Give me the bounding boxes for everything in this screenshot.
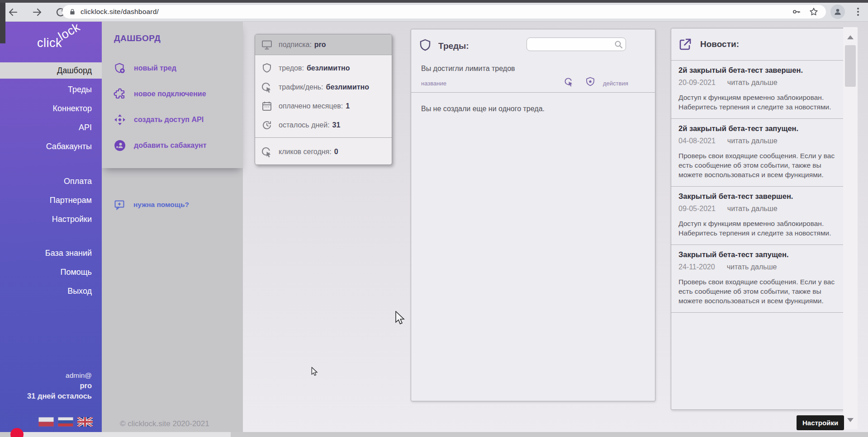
- cursor-click-icon: [261, 146, 273, 158]
- sidebar-item-subaccounts[interactable]: Сабакаунты: [0, 138, 102, 155]
- read-more-link[interactable]: читать дальше: [727, 79, 778, 87]
- sidebar-item-dashboard[interactable]: Дашборд: [0, 62, 102, 79]
- threads-empty-message: Вы не создали еще ни одного треда.: [421, 105, 545, 113]
- create-api-access-label: создать доступ API: [134, 116, 204, 124]
- threads-empty-state: Вы не создали еще ни одного треда.: [411, 93, 655, 125]
- column-header-actions: действия: [603, 80, 628, 87]
- mouse-cursor: [395, 311, 407, 325]
- clicks-today-value: 0: [334, 148, 338, 156]
- news-item-title: 2й закрытый бета-тест завершен.: [678, 66, 839, 75]
- action-list: новый тред новое подключение создать дос…: [114, 62, 236, 165]
- url-text[interactable]: clicklock.site/dashboard/: [81, 8, 159, 16]
- polish-flag-icon[interactable]: [38, 417, 54, 427]
- scrollbar-thumb[interactable]: [845, 45, 856, 87]
- news-item-title: Закрытый бета-тест завершен.: [678, 192, 839, 201]
- browser-menu-icon[interactable]: [854, 6, 862, 17]
- sidebar-item-payment[interactable]: Оплата: [0, 173, 102, 189]
- subscription-label: подписка:: [279, 41, 312, 49]
- threads-limit-label: тредов:: [279, 64, 304, 72]
- clicklock-logo[interactable]: click lock: [0, 21, 102, 56]
- days-left-value: 31: [332, 121, 341, 129]
- scroll-down-icon[interactable]: [847, 418, 854, 422]
- account-email: admin@: [27, 370, 92, 381]
- news-item-title: 2й закрытый бета-тест запущен.: [678, 124, 839, 133]
- clicks-column-icon[interactable]: [564, 77, 574, 87]
- puzzle-icon: [114, 88, 126, 100]
- news-footer-spacer: [671, 312, 850, 325]
- copyright-text: © clicklock.site 2020-2021: [120, 419, 209, 428]
- threads-panel: Треды: Вы достигли лимита тредов названи…: [411, 29, 655, 401]
- sidebar-item-settings[interactable]: Настройки: [0, 211, 102, 227]
- new-connection-button[interactable]: новое подключение: [114, 88, 236, 100]
- lock-icon: [69, 8, 76, 15]
- cursor-click-icon: [261, 81, 273, 93]
- threads-search-input[interactable]: [526, 38, 626, 51]
- news-title: Новости:: [700, 39, 739, 49]
- news-item-date: 20-09-2021: [678, 79, 716, 87]
- browser-back-icon[interactable]: [8, 7, 19, 18]
- dashboard-actions-card: ДАШБОРД новый тред новое подключение соз…: [102, 21, 243, 168]
- sidebar-item-threads[interactable]: Треды: [0, 81, 102, 98]
- news-item-body: Проверь свои входящие сообщения. Если у …: [678, 151, 839, 179]
- sidebar-item-api[interactable]: API: [0, 119, 102, 136]
- read-more-link[interactable]: читать дальше: [727, 205, 778, 213]
- key-icon[interactable]: [792, 7, 802, 17]
- clicks-today-label: кликов сегодня:: [279, 148, 332, 156]
- new-thread-label: новый тред: [134, 64, 176, 72]
- russian-flag-icon[interactable]: [58, 417, 73, 427]
- news-item-body: Доступ к функциям временно заблокирован.…: [678, 219, 839, 238]
- shield-icon: [261, 62, 273, 74]
- horizontal-scrollbar[interactable]: [0, 432, 868, 437]
- sidebar-item-knowledge-base[interactable]: База знаний: [0, 245, 102, 261]
- stat-row-traffic: трафик/день: безлимитно: [255, 78, 392, 97]
- dashboard-column: ДАШБОРД новый тред новое подключение соз…: [102, 21, 243, 437]
- sidebar-item-logout[interactable]: Выход: [0, 283, 102, 299]
- add-subaccount-label: добавить сабакаунт: [134, 141, 207, 150]
- news-header: Новости:: [671, 28, 850, 60]
- paid-months-value: 1: [346, 102, 350, 110]
- news-item-date: 04-08-2021: [678, 137, 716, 145]
- monitor-icon: [261, 39, 273, 51]
- address-bar[interactable]: clicklock.site/dashboard/: [62, 5, 826, 19]
- expand-arrows-icon: [114, 113, 126, 126]
- news-item: 2й закрытый бета-тест завершен. 20-09-20…: [671, 60, 850, 118]
- sidebar-item-connector[interactable]: Коннектор: [0, 100, 102, 117]
- shield-star-column-icon[interactable]: [586, 77, 595, 87]
- uk-flag-icon[interactable]: [77, 417, 93, 427]
- sidebar-item-partners[interactable]: Партнерам: [0, 192, 102, 208]
- calendar-icon: [261, 100, 273, 112]
- dashboard-title: ДАШБОРД: [114, 33, 161, 43]
- scroll-up-icon[interactable]: [847, 35, 854, 39]
- corner-artifact: [0, 0, 5, 43]
- stats-rows: тредов: безлимитно трафик/день: безлимит…: [255, 55, 392, 135]
- bookmark-star-icon[interactable]: [809, 7, 819, 17]
- new-connection-label: новое подключение: [134, 90, 206, 98]
- threads-limit-message: Вы достигли лимита тредов: [421, 65, 515, 73]
- new-thread-button[interactable]: новый тред: [114, 62, 236, 75]
- settings-tooltip[interactable]: Настройки: [797, 415, 844, 430]
- account-info: admin@ pro 31 дней осталось: [27, 370, 92, 401]
- stat-row-paid-months: оплачено месяцев: 1: [255, 97, 392, 116]
- add-subaccount-button[interactable]: добавить сабакаунт: [114, 139, 236, 152]
- need-help-button[interactable]: нужна помощь?: [114, 198, 189, 211]
- paid-months-label: оплачено месяцев:: [279, 102, 343, 110]
- avatar-icon: [833, 7, 842, 16]
- mouse-cursor-small: [311, 367, 319, 376]
- account-plan: pro: [27, 381, 92, 391]
- news-item-body: Доступ к функциям временно заблокирован.…: [678, 93, 839, 112]
- create-api-access-button[interactable]: создать доступ API: [114, 113, 236, 126]
- sidebar-item-help[interactable]: Помощь: [0, 264, 102, 280]
- browser-profile-button[interactable]: [830, 5, 845, 19]
- threads-title: Треды:: [438, 41, 469, 51]
- read-more-link[interactable]: читать дальше: [727, 263, 777, 271]
- sidebar-nav: Дашборд Треды Коннектор API Сабакаунты О…: [0, 62, 102, 299]
- subscription-stats-card: подписка: pro тредов: безлимитно трафик/…: [255, 34, 392, 165]
- search-icon[interactable]: [614, 40, 623, 49]
- news-item: 2й закрытый бета-тест запущен. 04-08-202…: [671, 118, 850, 186]
- horizontal-scrollbar-thumb[interactable]: [14, 432, 231, 437]
- browser-forward-icon[interactable]: [32, 7, 43, 18]
- vertical-scrollbar[interactable]: [843, 27, 858, 429]
- browser-toolbar: clicklock.site/dashboard/: [0, 3, 868, 22]
- sidebar: click lock Дашборд Треды Коннектор API С…: [0, 21, 102, 437]
- read-more-link[interactable]: читать дальше: [727, 137, 778, 145]
